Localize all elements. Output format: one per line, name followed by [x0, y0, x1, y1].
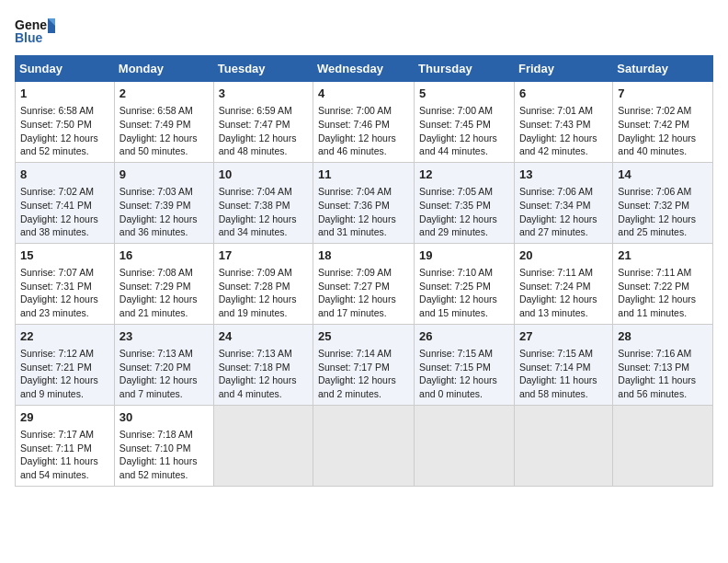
weekday-header-sunday: Sunday [16, 56, 115, 82]
calendar-cell: 12Sunrise: 7:05 AM Sunset: 7:35 PM Dayli… [415, 162, 515, 243]
day-number: 3 [219, 86, 308, 102]
calendar-cell: 18Sunrise: 7:09 AM Sunset: 7:27 PM Dayli… [313, 243, 415, 324]
day-info: Sunrise: 7:04 AM Sunset: 7:36 PM Dayligh… [318, 185, 409, 239]
calendar-cell: 20Sunrise: 7:11 AM Sunset: 7:24 PM Dayli… [514, 243, 612, 324]
calendar-cell: 17Sunrise: 7:09 AM Sunset: 7:28 PM Dayli… [213, 243, 313, 324]
calendar-week-row: 29Sunrise: 7:17 AM Sunset: 7:11 PM Dayli… [16, 405, 713, 486]
day-number: 26 [419, 328, 509, 345]
day-info: Sunrise: 7:11 AM Sunset: 7:22 PM Dayligh… [618, 266, 708, 320]
calendar-week-row: 15Sunrise: 7:07 AM Sunset: 7:31 PM Dayli… [16, 243, 713, 324]
calendar-cell: 22Sunrise: 7:12 AM Sunset: 7:21 PM Dayli… [16, 324, 115, 405]
day-number: 30 [119, 409, 209, 426]
day-number: 10 [219, 167, 308, 183]
calendar-cell: 2Sunrise: 6:58 AM Sunset: 7:49 PM Daylig… [114, 82, 213, 163]
calendar-cell: 8Sunrise: 7:02 AM Sunset: 7:41 PM Daylig… [16, 162, 115, 243]
day-number: 27 [519, 328, 608, 345]
day-info: Sunrise: 7:03 AM Sunset: 7:39 PM Dayligh… [119, 185, 209, 239]
day-number: 19 [419, 247, 509, 264]
day-info: Sunrise: 7:11 AM Sunset: 7:24 PM Dayligh… [519, 266, 608, 320]
day-number: 5 [419, 86, 509, 102]
calendar-cell: 23Sunrise: 7:13 AM Sunset: 7:20 PM Dayli… [114, 324, 213, 405]
calendar-cell: 28Sunrise: 7:16 AM Sunset: 7:13 PM Dayli… [613, 324, 713, 405]
day-number: 21 [618, 247, 708, 264]
day-number: 4 [318, 86, 409, 102]
day-number: 8 [20, 167, 109, 183]
weekday-header-tuesday: Tuesday [213, 56, 313, 82]
calendar-cell: 19Sunrise: 7:10 AM Sunset: 7:25 PM Dayli… [415, 243, 515, 324]
calendar-cell: 14Sunrise: 7:06 AM Sunset: 7:32 PM Dayli… [613, 162, 713, 243]
day-info: Sunrise: 7:04 AM Sunset: 7:38 PM Dayligh… [219, 185, 308, 239]
weekday-header-saturday: Saturday [613, 56, 713, 82]
day-number: 22 [20, 328, 109, 345]
day-info: Sunrise: 6:58 AM Sunset: 7:49 PM Dayligh… [119, 104, 209, 158]
calendar-cell: 11Sunrise: 7:04 AM Sunset: 7:36 PM Dayli… [313, 162, 415, 243]
logo: General Blue [15, 15, 59, 48]
day-number: 11 [318, 167, 409, 183]
calendar-cell: 25Sunrise: 7:14 AM Sunset: 7:17 PM Dayli… [313, 324, 415, 405]
day-info: Sunrise: 7:14 AM Sunset: 7:17 PM Dayligh… [318, 347, 409, 401]
day-number: 13 [519, 167, 608, 183]
day-number: 18 [318, 247, 409, 264]
calendar-cell: 9Sunrise: 7:03 AM Sunset: 7:39 PM Daylig… [114, 162, 213, 243]
day-info: Sunrise: 7:00 AM Sunset: 7:46 PM Dayligh… [318, 104, 409, 158]
weekday-header-thursday: Thursday [415, 56, 515, 82]
day-number: 12 [419, 167, 509, 183]
calendar-cell: 16Sunrise: 7:08 AM Sunset: 7:29 PM Dayli… [114, 243, 213, 324]
calendar-cell: 21Sunrise: 7:11 AM Sunset: 7:22 PM Dayli… [613, 243, 713, 324]
calendar-cell: 10Sunrise: 7:04 AM Sunset: 7:38 PM Dayli… [213, 162, 313, 243]
weekday-header-wednesday: Wednesday [313, 56, 415, 82]
day-number: 24 [219, 328, 308, 345]
calendar-week-row: 22Sunrise: 7:12 AM Sunset: 7:21 PM Dayli… [16, 324, 713, 405]
day-number: 7 [618, 86, 708, 102]
calendar-cell [313, 405, 415, 486]
calendar-cell: 1Sunrise: 6:58 AM Sunset: 7:50 PM Daylig… [16, 82, 115, 163]
day-number: 23 [119, 328, 209, 345]
day-info: Sunrise: 7:02 AM Sunset: 7:41 PM Dayligh… [20, 185, 109, 239]
day-info: Sunrise: 7:01 AM Sunset: 7:43 PM Dayligh… [519, 104, 608, 158]
day-info: Sunrise: 7:17 AM Sunset: 7:11 PM Dayligh… [20, 428, 109, 482]
calendar-cell: 30Sunrise: 7:18 AM Sunset: 7:10 PM Dayli… [114, 405, 213, 486]
calendar-cell [213, 405, 313, 486]
calendar-cell: 24Sunrise: 7:13 AM Sunset: 7:18 PM Dayli… [213, 324, 313, 405]
calendar-cell: 5Sunrise: 7:00 AM Sunset: 7:45 PM Daylig… [415, 82, 515, 163]
day-info: Sunrise: 7:16 AM Sunset: 7:13 PM Dayligh… [618, 347, 708, 401]
calendar-cell: 7Sunrise: 7:02 AM Sunset: 7:42 PM Daylig… [613, 82, 713, 163]
day-number: 20 [519, 247, 608, 264]
day-info: Sunrise: 7:13 AM Sunset: 7:18 PM Dayligh… [219, 347, 308, 401]
day-number: 25 [318, 328, 409, 345]
day-info: Sunrise: 7:15 AM Sunset: 7:15 PM Dayligh… [419, 347, 509, 401]
weekday-header-friday: Friday [514, 56, 612, 82]
day-number: 16 [119, 247, 209, 264]
day-info: Sunrise: 7:06 AM Sunset: 7:34 PM Dayligh… [519, 185, 608, 239]
day-info: Sunrise: 7:08 AM Sunset: 7:29 PM Dayligh… [119, 266, 209, 320]
day-number: 1 [20, 86, 109, 102]
day-number: 28 [618, 328, 708, 345]
calendar-cell [613, 405, 713, 486]
day-number: 29 [20, 409, 109, 426]
calendar-cell: 13Sunrise: 7:06 AM Sunset: 7:34 PM Dayli… [514, 162, 612, 243]
calendar-week-row: 1Sunrise: 6:58 AM Sunset: 7:50 PM Daylig… [16, 82, 713, 163]
day-info: Sunrise: 7:18 AM Sunset: 7:10 PM Dayligh… [119, 428, 209, 482]
day-number: 15 [20, 247, 109, 264]
day-info: Sunrise: 7:00 AM Sunset: 7:45 PM Dayligh… [419, 104, 509, 158]
day-info: Sunrise: 7:06 AM Sunset: 7:32 PM Dayligh… [618, 185, 708, 239]
day-number: 17 [219, 247, 308, 264]
calendar-cell: 27Sunrise: 7:15 AM Sunset: 7:14 PM Dayli… [514, 324, 612, 405]
day-info: Sunrise: 7:02 AM Sunset: 7:42 PM Dayligh… [618, 104, 708, 158]
page-header: General Blue [15, 15, 713, 48]
calendar-cell: 15Sunrise: 7:07 AM Sunset: 7:31 PM Dayli… [16, 243, 115, 324]
calendar-week-row: 8Sunrise: 7:02 AM Sunset: 7:41 PM Daylig… [16, 162, 713, 243]
day-info: Sunrise: 6:58 AM Sunset: 7:50 PM Dayligh… [20, 104, 109, 158]
weekday-header-row: SundayMondayTuesdayWednesdayThursdayFrid… [16, 56, 713, 82]
day-info: Sunrise: 7:15 AM Sunset: 7:14 PM Dayligh… [519, 347, 608, 401]
calendar-cell [415, 405, 515, 486]
day-number: 9 [119, 167, 209, 183]
day-info: Sunrise: 6:59 AM Sunset: 7:47 PM Dayligh… [219, 104, 308, 158]
day-info: Sunrise: 7:05 AM Sunset: 7:35 PM Dayligh… [419, 185, 509, 239]
weekday-header-monday: Monday [114, 56, 213, 82]
day-number: 2 [119, 86, 209, 102]
day-number: 6 [519, 86, 608, 102]
svg-text:Blue: Blue [15, 30, 43, 45]
logo-icon: General Blue [15, 15, 55, 48]
calendar-cell: 6Sunrise: 7:01 AM Sunset: 7:43 PM Daylig… [514, 82, 612, 163]
